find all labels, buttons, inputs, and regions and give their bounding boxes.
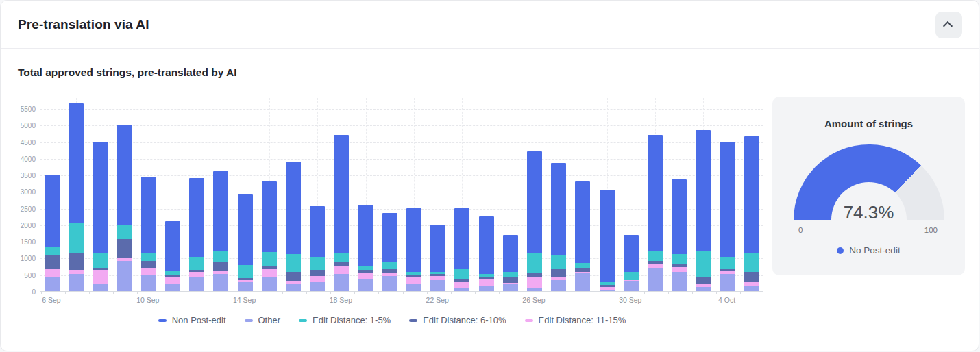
legend-item[interactable]: Edit Distance: 1-5% — [299, 315, 391, 325]
bar-6-sep[interactable] — [45, 175, 60, 291]
bar-22-sep[interactable] — [430, 225, 445, 291]
bar-segment — [189, 178, 204, 257]
legend-item[interactable]: Other — [245, 315, 281, 325]
legend-item[interactable]: Non Post-edit — [158, 315, 226, 325]
bar-8-sep[interactable] — [93, 142, 108, 291]
bar-segment — [262, 277, 277, 291]
bar-segment — [744, 136, 759, 253]
bar-17-sep[interactable] — [310, 206, 325, 291]
bar-15-sep[interactable] — [262, 181, 277, 291]
bar-10-sep[interactable] — [141, 177, 156, 291]
legend-dash-icon — [525, 319, 533, 322]
bar-segment — [744, 272, 759, 282]
x-axis-tick — [668, 291, 669, 294]
bar-segment — [334, 253, 349, 262]
y-axis-tick-label: 500 — [8, 271, 36, 279]
bar-segment — [696, 277, 711, 284]
bar-25-sep[interactable] — [503, 235, 518, 291]
bar-segment — [141, 261, 156, 268]
bar-segment — [189, 272, 204, 277]
x-axis-tick — [234, 291, 234, 294]
bar-segment — [45, 175, 60, 247]
x-axis-tick — [644, 291, 645, 294]
legend-item[interactable]: Edit Distance: 11-15% — [525, 315, 626, 325]
x-axis-tick-label: 4 Oct — [718, 296, 735, 304]
bar-segment — [286, 254, 301, 271]
x-axis-tick — [354, 291, 355, 294]
bar-segment — [575, 181, 590, 263]
bar-5-oct[interactable] — [744, 136, 759, 291]
y-axis-tick-label: 1500 — [8, 238, 36, 246]
bar-1-oct[interactable] — [648, 135, 663, 291]
bar-30-sep[interactable] — [624, 235, 639, 292]
bar-segment — [93, 253, 108, 267]
bar-segment — [406, 277, 421, 283]
y-axis-tick-label: 5000 — [8, 122, 36, 129]
x-axis-tick-label: 14 Sep — [233, 296, 256, 304]
bar-4-oct[interactable] — [720, 142, 735, 291]
bar-segment — [310, 206, 325, 257]
bar-16-sep[interactable] — [286, 162, 301, 291]
bar-20-sep[interactable] — [382, 213, 397, 291]
bar-segment — [69, 274, 84, 291]
bar-segment — [213, 274, 228, 291]
bar-segment — [672, 272, 687, 291]
bar-segment — [648, 251, 663, 261]
y-axis-tick-label: 1000 — [8, 255, 36, 262]
y-axis-tick-label: 3500 — [8, 172, 36, 179]
bar-19-sep[interactable] — [358, 205, 373, 291]
bar-18-sep[interactable] — [334, 135, 349, 291]
bar-28-sep[interactable] — [575, 181, 590, 291]
bar-segment — [454, 208, 469, 270]
bar-segment — [696, 251, 711, 277]
bar-segment — [527, 151, 542, 253]
bar-segment — [744, 253, 759, 271]
bar-segment — [93, 142, 108, 254]
bar-3-oct[interactable] — [696, 130, 711, 291]
bar-segment — [69, 103, 84, 223]
x-axis-tick-label: 26 Sep — [522, 296, 545, 304]
bar-11-sep[interactable] — [165, 221, 180, 291]
x-axis-tick — [282, 291, 283, 294]
bar-segment — [648, 268, 663, 291]
bar-segment — [69, 223, 84, 254]
y-axis-tick-label: 0 — [8, 288, 36, 296]
bar-segment — [720, 257, 735, 269]
bar-29-sep[interactable] — [600, 190, 615, 291]
bar-7-sep[interactable] — [69, 103, 84, 291]
legend-dash-icon — [245, 319, 253, 322]
bar-21-sep[interactable] — [406, 208, 421, 291]
gauge-legend-label: No Post-edit — [849, 245, 900, 255]
bar-segment — [262, 181, 277, 252]
x-axis-tick — [137, 291, 138, 294]
bar-9-sep[interactable] — [117, 125, 132, 291]
bar-12-sep[interactable] — [189, 178, 204, 291]
gauge-max-label: 100 — [924, 226, 938, 234]
bar-segment — [406, 208, 421, 273]
bar-13-sep[interactable] — [213, 171, 228, 291]
bar-segment — [648, 264, 663, 268]
bar-26-sep[interactable] — [527, 151, 542, 291]
bar-14-sep[interactable] — [238, 194, 253, 291]
panel-title: Pre-translation via AI — [18, 17, 149, 32]
bar-segment — [358, 273, 373, 279]
bar-segment — [45, 269, 60, 277]
bar-segment — [334, 274, 349, 291]
bar-segment — [479, 286, 494, 291]
bar-segment — [358, 205, 373, 266]
bar-24-sep[interactable] — [479, 216, 494, 291]
gauge-title: Amount of strings — [772, 118, 965, 129]
legend-item[interactable]: Edit Distance: 6-10% — [409, 315, 506, 325]
bar-segment — [503, 272, 518, 277]
bar-23-sep[interactable] — [454, 208, 469, 291]
bar-segment — [189, 277, 204, 291]
bar-segment — [551, 280, 566, 291]
collapse-button[interactable] — [935, 12, 962, 38]
bar-segment — [696, 287, 711, 291]
bar-27-sep[interactable] — [551, 163, 566, 291]
bar-2-oct[interactable] — [672, 179, 687, 291]
bar-segment — [213, 251, 228, 262]
bar-segment — [527, 253, 542, 273]
gauge-legend: No Post-edit — [772, 245, 965, 255]
bar-segment — [551, 255, 566, 270]
